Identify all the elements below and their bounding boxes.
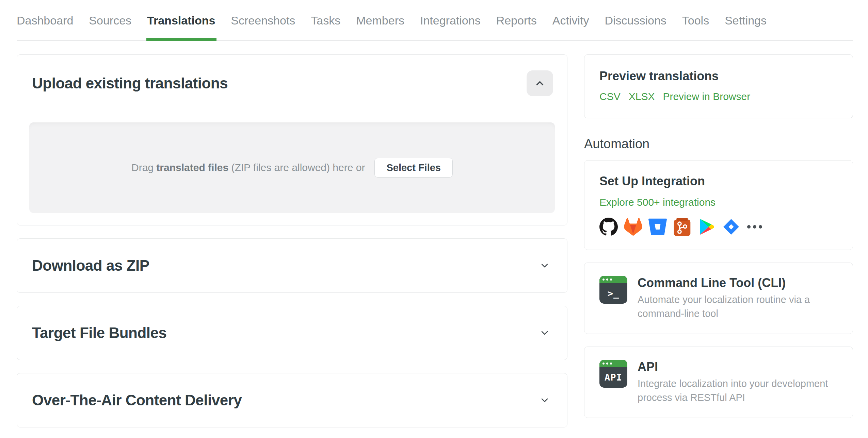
download-as-zip-card[interactable]: Download as ZIP [17,238,567,293]
automation-section-heading: Automation [584,137,853,151]
command-line-tool-card[interactable]: >_ Command Line Tool (CLI) Automate your… [584,263,853,334]
tab-translations[interactable]: Translations [147,12,215,40]
gitlab-icon[interactable] [624,218,642,236]
over-the-air-title: Over-The-Air Content Delivery [32,392,242,409]
set-up-integration-title: Set Up Integration [599,174,838,188]
file-dropzone[interactable]: Drag translated files (ZIP files are all… [29,122,555,213]
download-as-zip-title: Download as ZIP [32,257,149,274]
preview-in-browser-link[interactable]: Preview in Browser [663,91,750,102]
terminal-icon: >_ [599,276,627,304]
api-card-title: API [638,360,838,374]
chevron-down-icon [539,327,550,338]
select-files-button[interactable]: Select Files [374,158,453,178]
upload-existing-translations-card: Upload existing translations Drag transl… [17,54,567,225]
api-card[interactable]: API API Integrate localization into your… [584,347,853,418]
google-play-icon[interactable] [697,218,716,236]
explore-integrations-link[interactable]: Explore 500+ integrations [599,197,716,208]
target-file-bundles-title: Target File Bundles [32,324,167,341]
csv-link[interactable]: CSV [599,91,621,102]
tab-members[interactable]: Members [356,12,404,40]
target-file-bundles-card[interactable]: Target File Bundles [17,306,567,360]
dropzone-instruction: Drag translated files (ZIP files are all… [131,162,365,173]
github-icon[interactable] [599,218,618,236]
tab-dashboard[interactable]: Dashboard [17,12,73,40]
tab-tools[interactable]: Tools [682,12,709,40]
over-the-air-content-delivery-card[interactable]: Over-The-Air Content Delivery [17,373,567,427]
sidebar: Preview translations CSV XLSX Preview in… [584,54,853,418]
translations-main-column: Upload existing translations Drag transl… [17,54,567,427]
more-integrations-icon[interactable] [746,224,763,230]
jira-icon[interactable] [722,218,740,236]
api-card-description: Integrate localization into your develop… [638,377,838,405]
bitbucket-icon[interactable] [648,218,667,236]
tab-discussions[interactable]: Discussions [605,12,666,40]
chevron-up-icon [534,78,546,89]
tab-settings[interactable]: Settings [725,12,767,40]
tab-reports[interactable]: Reports [496,12,537,40]
xlsx-link[interactable]: XLSX [629,91,655,102]
upload-card-header[interactable]: Upload existing translations [17,55,567,112]
chevron-down-icon [539,395,550,406]
cli-card-description: Automate your localization routine via a… [638,293,838,321]
git-icon[interactable] [673,218,691,236]
integration-icons-row [599,218,838,236]
preview-translations-card: Preview translations CSV XLSX Preview in… [584,54,853,118]
tab-integrations[interactable]: Integrations [420,12,481,40]
upload-card-body: Drag translated files (ZIP files are all… [17,112,567,213]
tab-screenshots[interactable]: Screenshots [231,12,295,40]
tab-sources[interactable]: Sources [89,12,131,40]
preview-translations-title: Preview translations [599,69,838,83]
chevron-down-icon [539,260,550,271]
tab-tasks[interactable]: Tasks [311,12,340,40]
api-icon: API [599,360,627,388]
upload-card-title: Upload existing translations [32,75,228,92]
project-tab-bar: Dashboard Sources Translations Screensho… [17,0,853,41]
tab-activity[interactable]: Activity [552,12,589,40]
set-up-integration-card: Set Up Integration Explore 500+ integrat… [584,160,853,250]
page-content: Upload existing translations Drag transl… [0,41,868,427]
preview-links-row: CSV XLSX Preview in Browser [599,91,838,102]
collapse-section-button[interactable] [527,70,553,96]
cli-card-title: Command Line Tool (CLI) [638,276,838,290]
